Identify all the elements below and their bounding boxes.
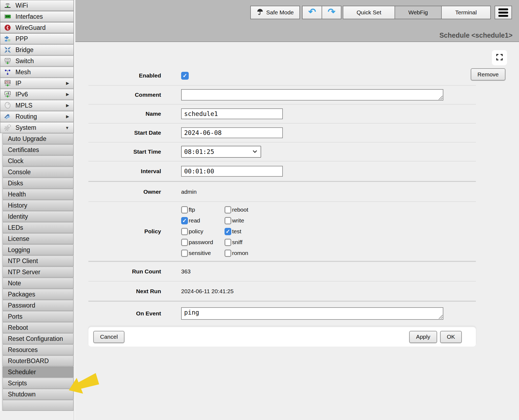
svg-text:255: 255 [5, 81, 10, 84]
tab-webfig[interactable]: WebFig [395, 6, 442, 19]
action-bar: Cancel Apply OK [88, 327, 476, 347]
sidebar-item-switch[interactable]: Switch [0, 56, 74, 66]
policy-checkbox-write[interactable] [225, 217, 231, 224]
redo-button[interactable]: ↷ [322, 6, 341, 19]
sidebar-item-ip[interactable]: 255 IP ▶ [0, 78, 74, 89]
sidebar-item-auto-upgrade[interactable]: Auto Upgrade [2, 133, 73, 144]
comment-label: Comment [88, 92, 161, 98]
system-submenu: Auto Upgrade Certificates Clock Console … [0, 133, 74, 411]
sidebar-item-console[interactable]: Console [2, 167, 73, 177]
name-input[interactable]: schedule1 [181, 108, 283, 119]
routing-icon [4, 113, 11, 120]
sidebar-item-interfaces[interactable]: Interfaces [0, 11, 74, 22]
sidebar-item-scheduler[interactable]: Scheduler [2, 367, 73, 377]
sidebar-item-system[interactable]: System ▼ [0, 122, 74, 133]
sidebar-item-ntp-client[interactable]: NTP Client [2, 256, 73, 266]
remove-button[interactable]: Remove [471, 68, 505, 80]
comment-input[interactable] [181, 89, 443, 101]
start-time-row: Start Time 08:01:25 [88, 142, 476, 161]
sidebar-item-ntp-server[interactable]: NTP Server [2, 267, 73, 277]
sidebar-item-disks[interactable]: Disks [2, 178, 73, 189]
safe-mode-button[interactable]: Safe Mode [250, 6, 300, 19]
sidebar-item-clock[interactable]: Clock [2, 156, 73, 166]
ipv6-icon: v6 [4, 91, 11, 98]
policy-checkbox-test[interactable] [225, 228, 231, 235]
sidebar-item-mesh[interactable]: Mesh [0, 67, 74, 77]
tab-terminal[interactable]: Terminal [441, 6, 491, 19]
sidebar-item-packages[interactable]: Packages [2, 289, 73, 300]
enabled-row: Enabled [88, 66, 476, 85]
hamburger-icon [498, 8, 508, 10]
sidebar-item-identity[interactable]: Identity [2, 211, 73, 222]
sidebar-item-shutdown[interactable]: Shutdown [2, 389, 73, 400]
sidebar-item-reset-configuration[interactable]: Reset Configuration [2, 333, 73, 344]
ppp-icon [4, 35, 11, 43]
cancel-button[interactable]: Cancel [93, 331, 124, 343]
start-date-label: Start Date [88, 130, 161, 136]
start-time-select[interactable]: 08:01:25 [181, 146, 261, 158]
sidebar-divider [74, 0, 75, 420]
system-gear-icon [4, 124, 11, 131]
policy-checkbox-reboot[interactable] [225, 206, 231, 214]
sidebar-item-mpls[interactable]: MPLS ▶ [0, 100, 74, 111]
sidebar-item-scripts[interactable]: Scripts [2, 378, 73, 389]
mesh-icon [4, 68, 11, 76]
menu-button[interactable] [495, 6, 512, 19]
comment-row: Comment [88, 85, 476, 104]
policy-checkbox-romon[interactable] [225, 250, 231, 257]
policy-label: Policy [88, 228, 161, 235]
next-run-value: 2024-06-11 20:41:25 [181, 288, 233, 295]
sidebar-item-license[interactable]: License [2, 233, 73, 244]
sidebar-item-health[interactable]: Health [2, 189, 73, 200]
sidebar-item-resources[interactable]: Resources [2, 344, 73, 355]
main-content: Remove Enabled Comment Name schedule1 St… [75, 43, 519, 420]
sidebar-item-password[interactable]: Password [2, 300, 73, 311]
safe-mode-label: Safe Mode [266, 9, 294, 16]
on-event-label: On Event [88, 310, 161, 317]
owner-value: admin [181, 189, 197, 195]
sidebar-item-logging[interactable]: Logging [2, 244, 73, 255]
start-date-row: Start Date 2024-06-08 [88, 123, 476, 142]
sidebar-item-history[interactable]: History [2, 200, 73, 211]
fullscreen-icon [496, 53, 503, 62]
interval-row: Interval 00:01:00 [88, 161, 476, 181]
on-event-input[interactable]: ping [181, 307, 443, 320]
sidebar-item-reboot[interactable]: Reboot [2, 322, 73, 333]
enabled-checkbox[interactable] [181, 72, 189, 80]
sidebar-item-wireguard[interactable]: WireGuard [0, 22, 74, 33]
sidebar-item-certificates[interactable]: Certificates [2, 144, 73, 155]
policy-row: Policy ftp reboot read write policy test… [88, 201, 476, 261]
ok-button[interactable]: OK [440, 331, 462, 343]
policy-checkbox-policy[interactable] [181, 228, 188, 235]
sidebar-item-ppp[interactable]: PPP [0, 33, 74, 44]
policy-checkbox-sniff[interactable] [225, 239, 231, 246]
toolbar: Safe Mode ↶ ↷ Quick Set WebFig Terminal [250, 6, 512, 19]
policy-checkbox-ftp[interactable] [181, 206, 188, 214]
interval-input[interactable]: 00:01:00 [181, 166, 283, 177]
sidebar-item-wifi[interactable]: WiFi [0, 0, 74, 11]
policy-checkbox-read[interactable] [181, 217, 188, 224]
start-date-input[interactable]: 2024-06-08 [181, 127, 283, 138]
schedule-form: Enabled Comment Name schedule1 Start Dat… [88, 66, 476, 325]
sidebar-item-bridge[interactable]: Bridge [0, 44, 74, 55]
interfaces-icon [4, 13, 11, 20]
wifi-icon [4, 2, 11, 9]
resize-grip-icon[interactable] [438, 95, 443, 100]
resize-grip-icon[interactable] [438, 314, 443, 319]
fullscreen-button[interactable] [492, 50, 507, 65]
apply-button[interactable]: Apply [409, 331, 437, 343]
sidebar-item-note[interactable]: Note [2, 278, 73, 289]
interval-label: Interval [88, 168, 161, 175]
sidebar-item-partial[interactable] [2, 400, 73, 411]
policy-checkbox-sensitive[interactable] [181, 250, 188, 257]
sidebar-item-ipv6[interactable]: v6 IPv6 ▶ [0, 89, 74, 100]
tab-quick-set[interactable]: Quick Set [343, 6, 395, 19]
sidebar-item-leds[interactable]: LEDs [2, 222, 73, 233]
sidebar-item-routing[interactable]: Routing ▶ [0, 111, 74, 122]
sidebar-item-ports[interactable]: Ports [2, 311, 73, 322]
undo-button[interactable]: ↶ [302, 6, 322, 19]
policy-checkbox-password[interactable] [181, 239, 188, 246]
sidebar-item-routerboard[interactable]: RouterBOARD [2, 356, 73, 366]
run-count-row: Run Count 363 [88, 262, 476, 281]
run-count-label: Run Count [88, 268, 161, 275]
